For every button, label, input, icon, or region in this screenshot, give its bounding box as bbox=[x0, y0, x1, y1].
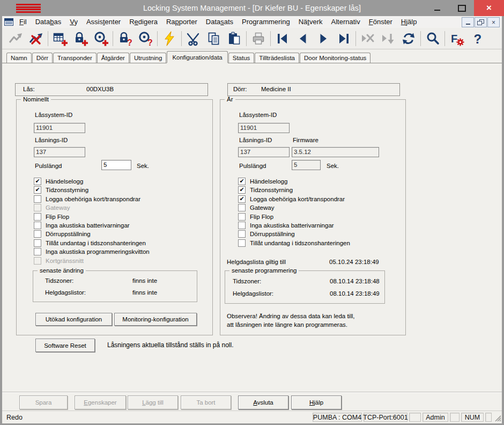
tab-status[interactable]: Status bbox=[228, 53, 255, 63]
disconnect-icon[interactable] bbox=[26, 30, 46, 48]
new-transponder-icon[interactable] bbox=[91, 30, 111, 48]
tab-door-monitoring-status[interactable]: Door Monitoring-status bbox=[300, 53, 370, 63]
first-record-icon[interactable] bbox=[272, 30, 293, 48]
cancel-record-icon[interactable] bbox=[358, 30, 378, 48]
paste-icon[interactable] bbox=[224, 30, 244, 48]
lock-header-box: Lås: 00DXU3B bbox=[15, 83, 208, 96]
extended-configuration-button[interactable]: Utökad konfiguration bbox=[35, 313, 112, 326]
mdi-close-button[interactable]: × bbox=[487, 17, 500, 27]
software-reset-button[interactable]: Software Reset bbox=[35, 339, 95, 352]
note-line-1: Observera! Ändring av dessa data kan led… bbox=[227, 313, 354, 319]
maximize-button[interactable] bbox=[449, 0, 474, 16]
actual-lock-id-field[interactable]: 137 bbox=[238, 147, 290, 157]
nominal-checkbox-handelselogg[interactable]: ✔Händelselogg bbox=[34, 178, 83, 185]
minimize-button[interactable] bbox=[425, 0, 449, 16]
read-transponder-icon[interactable]: ? bbox=[135, 30, 155, 48]
tab-tilltradeslista[interactable]: Tillträdeslista bbox=[255, 53, 299, 63]
actual-checkbox-gateway[interactable]: Gateway bbox=[238, 204, 274, 211]
read-lock-icon[interactable]: ? bbox=[115, 30, 135, 48]
menu-bar: Fil Databas Vy Assistenter Redigera Rapp… bbox=[2, 16, 502, 28]
program-icon[interactable] bbox=[159, 30, 180, 48]
menu-item-fonster[interactable]: Fönster bbox=[365, 16, 397, 28]
menu-item-databas[interactable]: Databas bbox=[31, 16, 65, 28]
actual-checkbox-handelselogg[interactable]: ✔Händelselogg bbox=[238, 178, 287, 185]
actual-checkbox-tillat-undantag[interactable]: Tillåt undantag i tidszonshanteringen bbox=[238, 239, 350, 247]
nominal-lock-id-label: Låsnings-ID bbox=[35, 137, 68, 143]
tab-konfiguration-data[interactable]: Konfiguration/data bbox=[167, 51, 227, 63]
nominal-checkbox-inga-programmeringskvitton[interactable]: Inga akustiska programmeringskvitton bbox=[34, 248, 150, 255]
connect-icon[interactable] bbox=[5, 30, 26, 48]
firmware-field[interactable]: 3.5.12 bbox=[292, 147, 379, 157]
help-button[interactable]: Hjälp bbox=[291, 395, 342, 409]
menu-item-vy[interactable]: Vy bbox=[65, 16, 82, 28]
status-empty-2 bbox=[450, 413, 459, 422]
holiday-list-valid-value: 05.10.24 23:18:49 bbox=[329, 259, 379, 265]
tab-atgarder[interactable]: Åtgärder bbox=[97, 53, 129, 63]
note-line-2: att låsningen inte längre kan programmer… bbox=[227, 321, 347, 328]
menu-item-alternativ[interactable]: Alternativ bbox=[327, 16, 365, 28]
title-bar: Locking System Management - [Dr Kiefer B… bbox=[0, 0, 504, 16]
new-locking-system-icon[interactable] bbox=[50, 30, 70, 48]
cut-icon[interactable] bbox=[183, 30, 204, 48]
close-button[interactable]: × bbox=[474, 0, 504, 16]
actual-checkbox-flip-flop[interactable]: Flip Flop bbox=[238, 213, 273, 221]
actual-system-id-field[interactable]: 11901 bbox=[238, 123, 290, 133]
actual-checkbox-dorruppstallning[interactable]: Dörruppställning bbox=[238, 230, 295, 238]
menu-item-assistenter[interactable]: Assistenter bbox=[82, 16, 125, 28]
nominal-pulse-unit: Sek. bbox=[137, 163, 149, 169]
help-icon[interactable]: ? bbox=[467, 30, 487, 48]
lock-label: Lås: bbox=[23, 86, 35, 92]
nominal-group: Nominellt Låssystem-ID 11901 Låsnings-ID… bbox=[16, 99, 213, 335]
nominal-checkbox-inga-batterivarningar[interactable]: Inga akustiska batterivarningar bbox=[34, 222, 130, 229]
function-settings-icon[interactable]: F bbox=[447, 30, 467, 48]
nominal-checkbox-logga-obehoriga[interactable]: Logga obehöriga kort/transpondrar bbox=[34, 195, 140, 203]
nominal-checkbox-gateway: Gateway bbox=[34, 204, 70, 211]
print-icon[interactable] bbox=[248, 30, 269, 48]
actual-pulse-field[interactable]: 5 bbox=[292, 160, 321, 170]
resize-grip[interactable] bbox=[493, 413, 501, 422]
monitoring-configuration-button[interactable]: Monitoring-konfiguration bbox=[114, 313, 197, 326]
remove-button: Ta bort bbox=[181, 395, 231, 409]
nominal-lock-id-field[interactable]: 137 bbox=[34, 147, 85, 157]
menu-item-programmering[interactable]: Programmering bbox=[238, 16, 294, 28]
checkbox-mark bbox=[34, 195, 41, 203]
menu-item-fil[interactable]: Fil bbox=[15, 16, 31, 28]
nominal-pulse-field[interactable]: 5 bbox=[101, 160, 131, 170]
menu-item-hjalp[interactable]: Hjälp bbox=[397, 16, 421, 28]
menu-item-redigera[interactable]: Redigera bbox=[125, 16, 162, 28]
nominal-system-id-field[interactable]: 11901 bbox=[34, 123, 85, 133]
next-record-icon[interactable] bbox=[313, 30, 333, 48]
commit-record-icon[interactable] bbox=[378, 30, 398, 48]
tab-namn[interactable]: Namn bbox=[6, 53, 32, 63]
exit-button[interactable]: Avsluta bbox=[238, 395, 288, 409]
refresh-icon[interactable] bbox=[398, 30, 419, 48]
mdi-system-icon[interactable] bbox=[2, 18, 15, 26]
nominal-checkbox-tidzonsstyrning[interactable]: ✔Tidzonsstyrning bbox=[34, 186, 88, 194]
status-empty-1 bbox=[409, 413, 421, 422]
nominal-checkbox-dorruppstallning[interactable]: Dörruppställning bbox=[34, 230, 91, 238]
actual-checkbox-logga-obehoriga[interactable]: ✔Logga obehöriga kort/transpondrar bbox=[238, 195, 345, 203]
mdi-minimize-button[interactable] bbox=[462, 17, 474, 27]
checkbox-mark bbox=[34, 248, 41, 255]
nominal-checkbox-tillat-undantag[interactable]: Tillåt undantag i tidszonshanteringen bbox=[34, 239, 146, 247]
tab-utrustning[interactable]: Utrustning bbox=[130, 53, 166, 63]
last-record-icon[interactable] bbox=[333, 30, 354, 48]
copy-icon[interactable] bbox=[204, 30, 224, 48]
tab-dorr[interactable]: Dörr bbox=[32, 53, 53, 63]
last-programming-group: senaste programmering Tidszoner: 08.10.1… bbox=[225, 270, 385, 304]
status-bar: Redo PUMBA : COM4 TCP-Port:6001 Admin NU… bbox=[2, 411, 502, 423]
actual-checkbox-inga-batterivarningar[interactable]: Inga akustiska batterivarningar bbox=[238, 222, 334, 229]
software-reset-caption: Låsningens aktuella tillstånd ställs in … bbox=[107, 341, 233, 349]
actual-checkbox-tidzonsstyrning[interactable]: ✔Tidzonsstyrning bbox=[238, 186, 293, 194]
mdi-restore-button[interactable] bbox=[475, 17, 487, 27]
menu-item-rapporter[interactable]: Rapporter bbox=[162, 16, 202, 28]
nominal-checkbox-flip-flop[interactable]: Flip Flop bbox=[34, 213, 69, 221]
menu-item-datasats[interactable]: Datasats bbox=[202, 16, 238, 28]
tab-transponder[interactable]: Transponder bbox=[53, 53, 97, 63]
search-icon[interactable] bbox=[423, 30, 443, 48]
new-lock-icon[interactable] bbox=[70, 30, 91, 48]
previous-record-icon[interactable] bbox=[293, 30, 313, 48]
last-programming-tidszoner-label: Tidszoner: bbox=[233, 278, 261, 284]
door-value: Medicine II bbox=[261, 86, 291, 92]
menu-item-natverk[interactable]: Nätverk bbox=[294, 16, 327, 28]
